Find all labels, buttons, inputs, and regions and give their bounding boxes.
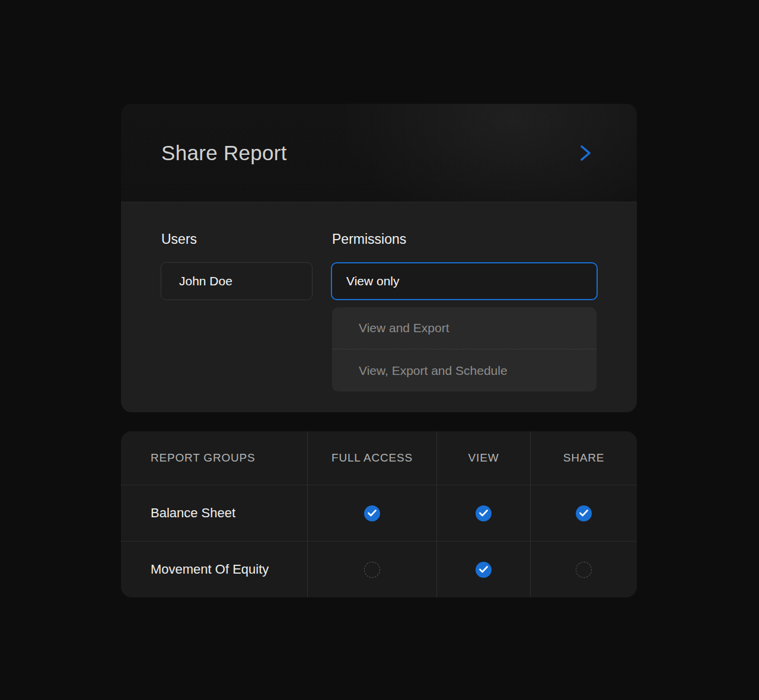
checkmark-icon bbox=[368, 510, 377, 517]
users-input[interactable]: John Doe bbox=[161, 262, 312, 300]
column-header-view: VIEW bbox=[436, 431, 530, 485]
report-groups-table-card: REPORT GROUPS FULL ACCESS VIEW SHARE Bal… bbox=[121, 431, 637, 597]
table-row bbox=[436, 541, 530, 597]
report-groups-table: REPORT GROUPS FULL ACCESS VIEW SHARE Bal… bbox=[121, 431, 637, 597]
checkbox-balance-sheet-view[interactable] bbox=[476, 505, 492, 521]
dropdown-option-view-and-export[interactable]: View and Export bbox=[332, 307, 597, 349]
share-report-card: Share Report Users Permissions John Doe … bbox=[121, 104, 637, 412]
share-report-body: Users Permissions John Doe View only Vie… bbox=[121, 202, 637, 412]
column-header-report-groups: REPORT GROUPS bbox=[121, 431, 307, 485]
row-label-balance-sheet: Balance Sheet bbox=[121, 485, 307, 541]
page-title: Share Report bbox=[161, 141, 287, 165]
table-row bbox=[530, 485, 637, 541]
column-header-share: SHARE bbox=[530, 431, 637, 485]
table-row bbox=[307, 485, 436, 541]
users-label: Users bbox=[161, 231, 197, 247]
checkbox-balance-sheet-full-access[interactable] bbox=[364, 505, 380, 521]
permissions-select[interactable]: View only bbox=[331, 262, 598, 300]
checkmark-icon bbox=[479, 510, 488, 517]
table-row bbox=[530, 541, 637, 597]
checkmark-icon bbox=[579, 510, 588, 517]
checkmark-icon bbox=[479, 566, 488, 573]
permissions-label: Permissions bbox=[332, 231, 406, 247]
chevron-right-icon bbox=[579, 144, 592, 162]
checkbox-movement-of-equity-share[interactable] bbox=[576, 562, 592, 578]
checkbox-movement-of-equity-view[interactable] bbox=[476, 562, 492, 578]
table-row bbox=[436, 485, 530, 541]
row-label-movement-of-equity: Movement Of Equity bbox=[121, 541, 307, 597]
dropdown-option-view-export-schedule[interactable]: View, Export and Schedule bbox=[332, 349, 597, 392]
permissions-dropdown: View and Export View, Export and Schedul… bbox=[332, 307, 597, 392]
expand-chevron-button[interactable] bbox=[574, 141, 598, 165]
checkbox-balance-sheet-share[interactable] bbox=[576, 505, 592, 521]
table-row bbox=[307, 541, 436, 597]
checkbox-movement-of-equity-full-access[interactable] bbox=[364, 562, 380, 578]
column-header-full-access: FULL ACCESS bbox=[307, 431, 436, 485]
share-report-header: Share Report bbox=[121, 104, 637, 202]
